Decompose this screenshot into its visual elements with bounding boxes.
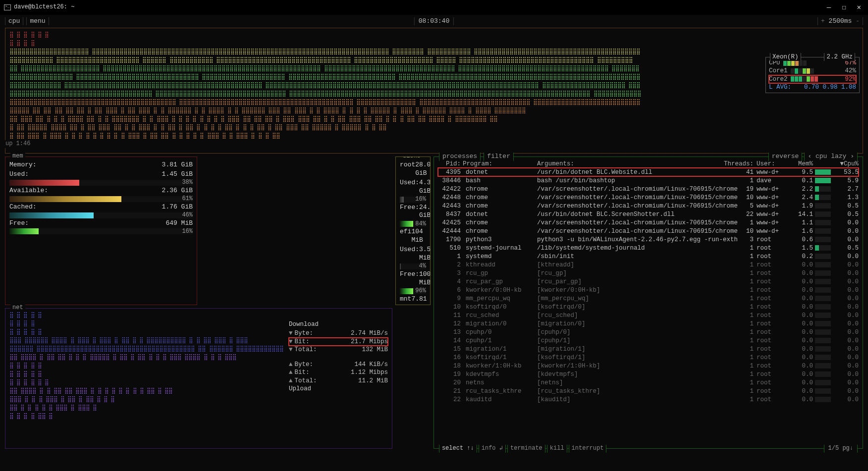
mem-used-bar: 38%: [9, 180, 193, 186]
proc-hdr-prog[interactable]: Program:: [463, 160, 537, 168]
proc-hdr-args[interactable]: Arguments:: [537, 160, 718, 168]
table-row[interactable]: 8437dotnet/usr/bin/dotnet BLC.ScreenShot…: [438, 210, 859, 218]
cpu-core1-pct: 42%: [845, 67, 856, 75]
disk-root-free-label: Free:: [400, 204, 419, 220]
disk-root-free-pct: 84%: [413, 220, 426, 228]
mem-avail-pct: 61%: [180, 195, 193, 203]
cpu-model: Xeon(R): [770, 53, 801, 61]
hint-info: info ↲: [479, 445, 506, 453]
table-row[interactable]: 510systemd-journal/lib/systemd/systemd-j…: [438, 244, 859, 252]
mem-cached-val: 1.76 GiB: [162, 203, 193, 211]
cpu-core2-bar: [791, 76, 842, 82]
proc-page[interactable]: 1/5 pg↓: [824, 445, 858, 453]
tab-cpu[interactable]: cpu: [5, 17, 23, 26]
table-row[interactable]: 18kworker/1:0H-kb[kworker/1:0H-kb]1root0…: [438, 362, 859, 370]
mem-free-label: Free:: [9, 219, 29, 228]
disk-efi-free-val: 100 MiB: [419, 270, 431, 287]
proc-list: 4395dotnet/usr/bin/dotnet BLC.Website.dl…: [438, 168, 859, 404]
net-ul-bit-val: 1.12 Mibps: [351, 368, 388, 376]
disk-root-used-label: Used:: [400, 179, 419, 196]
mem-avail-bar: 61%: [9, 196, 193, 202]
table-row[interactable]: 22kauditd[kauditd]1root0.00.0: [438, 395, 859, 404]
mem-memory-label: Memory:: [9, 161, 37, 169]
net-upload-label: Upload: [289, 385, 388, 394]
disk-efi-used-bar: 4%: [400, 263, 426, 269]
disk-efi-used-label: Used:: [400, 246, 419, 262]
disk-efi-free-label: Free:: [400, 270, 419, 287]
window-title: dave@blctest26: ~: [4, 3, 74, 11]
hint-interrupt: interrupt: [569, 445, 607, 453]
table-row[interactable]: 42443chrome/var/screenshotter/.local-chr…: [438, 202, 859, 210]
proc-hdr-cpu[interactable]: ▼Cpu%: [836, 160, 859, 168]
table-row[interactable]: 6kworker/0:0H-kb[kworker/0:0H-kb]1root0.…: [438, 286, 859, 294]
table-row[interactable]: 16ksoftirqd/1[ksoftirqd/1]1root0.00.0: [438, 353, 859, 362]
mem-avail-label: Available:: [9, 187, 48, 195]
table-row[interactable]: 42448chrome/var/screenshotter/.local-chr…: [438, 193, 859, 202]
table-row[interactable]: 12migration/0[migration/0]1root0.00.0: [438, 319, 859, 328]
hint-kill: kill: [547, 445, 567, 453]
table-row[interactable]: 42425chrome/var/screenshotter/.local-chr…: [438, 218, 859, 227]
table-row[interactable]: 15migration/1[migration/1]1root0.00.0: [438, 345, 859, 353]
proc-hdr-user[interactable]: User:: [754, 160, 790, 168]
hint-terminate: terminate: [507, 445, 545, 453]
table-row[interactable]: 20netns[netns]1root0.00.0: [438, 378, 859, 387]
net-dl-total-val: 132 MiB: [362, 346, 388, 354]
table-row[interactable]: 4rcu_par_gp[rcu_par_gp]1root0.00.0: [438, 277, 859, 286]
net-ul-byte-label: Byte:: [295, 361, 314, 368]
up-arrow-icon: ▲: [289, 369, 293, 376]
top-bar: cpu menu 08:03:40 2500ms: [5, 17, 863, 26]
table-row[interactable]: 42444chrome/var/screenshotter/.local-chr…: [438, 227, 859, 235]
disk-mnt-val: 7.81 GiB: [411, 295, 427, 305]
table-row[interactable]: 4395dotnet/usr/bin/dotnet BLC.Website.dl…: [438, 168, 859, 176]
update-interval[interactable]: 2500ms: [817, 17, 863, 26]
down-arrow-icon: ▼: [289, 346, 293, 353]
minimize-button[interactable]: —: [827, 3, 831, 12]
disk-mnt-label: mnt: [400, 295, 411, 305]
mem-used-val: 1.45 GiB: [162, 170, 193, 179]
table-row[interactable]: 1systemd/sbin/init1root0.20.0: [438, 252, 859, 261]
proc-hdr-pid[interactable]: Pid:: [438, 160, 463, 168]
table-row[interactable]: 11rcu_sched[rcu_sched]1root0.00.0: [438, 311, 859, 319]
tab-menu[interactable]: menu: [26, 17, 49, 26]
disk-title: disks: [401, 157, 423, 160]
table-row[interactable]: 10ksoftirqd/0[ksoftirqd/0]1root0.00.0: [438, 303, 859, 311]
table-row[interactable]: 38446bashbash /usr/bin/bashtop1dave0.15.…: [438, 176, 859, 185]
proc-panel: processes filter reverse ‹ cpu lazy › Pi…: [434, 157, 863, 449]
disk-root-label: root: [400, 161, 415, 178]
maximize-button[interactable]: ☐: [842, 3, 846, 12]
proc-hdr-mem[interactable]: Mem%: [790, 160, 813, 168]
table-row[interactable]: 3rcu_gp[rcu_gp]1root0.00.0: [438, 269, 859, 277]
net-dl-byte-val: 2.74 MiB/s: [351, 329, 388, 337]
proc-title: processes: [439, 153, 481, 161]
table-row[interactable]: 21rcu_tasks_kthre[rcu_tasks_kthre]1root0…: [438, 387, 859, 395]
mem-cached-label: Cached:: [9, 203, 37, 211]
uptime: up 1:46: [3, 140, 32, 148]
mem-cached-bar: 46%: [9, 212, 193, 218]
table-row[interactable]: 1790python3python3 -u bin/WALinuxAgent-2…: [438, 235, 859, 244]
net-panel: net ⣿ ⣿ ⣿ ⣿ ⣿ ⣿ ⣿ ⣿ ⣿ ⣿: [5, 308, 392, 449]
cpu-core1-bar: [791, 68, 842, 74]
up-arrow-icon: ▲: [289, 377, 293, 384]
table-row[interactable]: 42422chrome/var/screenshotter/.local-chr…: [438, 185, 859, 193]
terminal-icon: [4, 4, 11, 10]
net-dl-bit-val: 21.7 Mibps: [351, 338, 388, 346]
proc-reverse[interactable]: reverse: [768, 153, 803, 161]
disk-efi-free-bar: 96%: [400, 288, 426, 294]
proc-filter[interactable]: filter: [484, 153, 514, 161]
table-row[interactable]: 9mm_percpu_wq[mm_percpu_wq]1root0.00.0: [438, 294, 859, 303]
disk-efi-used-pct: 4%: [417, 262, 426, 270]
disk-root-free-bar: 84%: [400, 221, 426, 227]
proc-sort-mode[interactable]: ‹ cpu lazy ›: [804, 153, 858, 161]
disk-efi-used-val: 3.58 MiB: [419, 246, 431, 262]
table-row[interactable]: 2kthreadd[kthreadd]1root0.00.0: [438, 261, 859, 269]
net-download-label: Download: [289, 320, 388, 329]
table-row[interactable]: 13cpuhp/0[cpuhp/0]1root0.00.0: [438, 328, 859, 336]
mem-title: mem: [10, 153, 25, 160]
table-row[interactable]: 19kdevtmpfs[kdevtmpfs]1root0.00.0: [438, 370, 859, 378]
lavg-label: L AVG:: [769, 83, 791, 91]
mem-avail-val: 2.36 GiB: [162, 187, 193, 195]
close-button[interactable]: ✕: [857, 3, 861, 12]
up-arrow-icon: ▲: [289, 361, 293, 368]
table-row[interactable]: 14cpuhp/1[cpuhp/1]1root0.00.0: [438, 336, 859, 345]
proc-hdr-thr[interactable]: Threads:: [718, 160, 754, 168]
